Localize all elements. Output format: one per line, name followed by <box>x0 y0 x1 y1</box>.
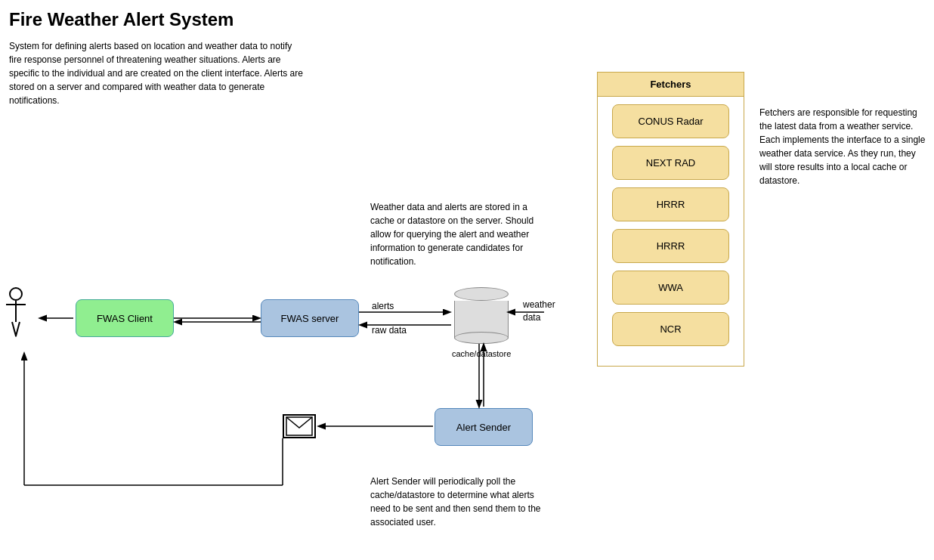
fetcher-ncr[interactable]: NCR <box>612 312 729 346</box>
fetcher-next-rad[interactable]: NEXT RAD <box>612 146 729 180</box>
user-icon <box>9 287 23 337</box>
fetchers-panel: Fetchers CONUS Radar NEXT RAD HRRR HRRR … <box>597 72 744 367</box>
fetcher-hrrr-2[interactable]: HRRR <box>612 229 729 263</box>
alert-sender-box[interactable]: Alert Sender <box>435 408 533 446</box>
fwas-client-box[interactable]: FWAS Client <box>76 299 174 337</box>
cache-datastore: cache/datastore <box>452 287 511 358</box>
fetchers-description: Fetchers are responsible for requesting … <box>759 106 926 187</box>
fetcher-hrrr-1[interactable]: HRRR <box>612 187 729 221</box>
page-description: System for defining alerts based on loca… <box>9 39 304 107</box>
alert-sender-description: Alert Sender will periodically poll the … <box>370 475 555 529</box>
fetcher-wwa[interactable]: WWA <box>612 271 729 305</box>
cache-label: cache/datastore <box>452 349 511 358</box>
label-raw-data: raw data <box>372 325 407 336</box>
cache-description: Weather data and alerts are stored in a … <box>370 200 552 268</box>
email-icon <box>283 414 316 438</box>
label-weather-data: weatherdata <box>523 299 555 324</box>
fwas-server-box[interactable]: FWAS server <box>261 299 359 337</box>
page-title: Fire Weather Alert System <box>9 9 234 30</box>
fetcher-conus-radar[interactable]: CONUS Radar <box>612 104 729 138</box>
fetchers-title: Fetchers <box>598 73 744 97</box>
label-alerts: alerts <box>372 301 394 311</box>
